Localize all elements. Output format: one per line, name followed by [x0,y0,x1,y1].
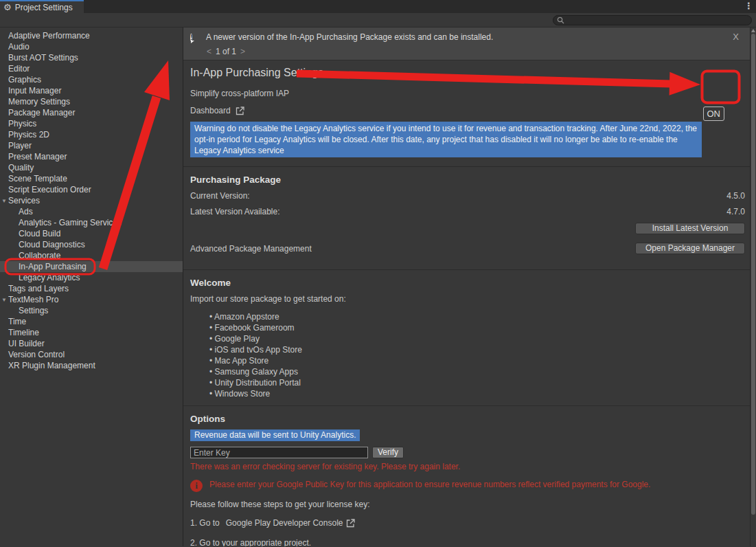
sidebar-item[interactable]: ▼ Memory Settings [0,96,183,107]
current-version-label: Current Version: [190,191,250,201]
sidebar-item-label: Editor [8,64,30,74]
sidebar-item[interactable]: ▼ Ads [0,206,183,217]
iap-toggle-on-button[interactable]: ON [703,107,725,121]
window-tab-bar: ⚙ Project Settings ⋮ [0,0,756,13]
sidebar-item[interactable]: ▼ Tags and Layers [0,283,183,294]
sidebar-item[interactable]: ▼ Player [0,140,183,151]
sidebar-item[interactable]: ▼ Burst AOT Settings [0,52,183,63]
sidebar-item[interactable]: ▼ Editor [0,63,183,74]
sidebar-item-label: Quality [8,163,34,172]
sidebar-item[interactable]: ▼ Preset Manager [0,151,183,162]
sidebar-item-label: Memory Settings [8,97,70,107]
sidebar-item-label: Script Execution Order [8,185,91,194]
scrollbar-up-arrow-icon[interactable] [751,29,755,32]
license-step-2: 2. Go to your appropriate project. [190,538,745,546]
sidebar-item[interactable]: ▼ Settings [0,305,183,316]
license-steps-intro: Please follow these steps to get your li… [190,500,745,509]
store-list-item: Google Play [209,333,745,344]
sidebar-item-label: Physics 2D [8,130,49,139]
settings-toolbar [0,13,756,27]
sidebar-item[interactable]: ▼ Version Control [0,349,183,360]
page-title: In-App Purchasing Settings [190,67,743,79]
search-input[interactable] [564,16,743,25]
settings-sidebar: ▼ Adaptive Performance ▼ Audio ▼ Burst A… [0,27,183,546]
notification-pager: < 1 of 1 > [207,47,743,56]
store-list-item: iOS and tvOs App Store [209,344,745,355]
notification-message: A newer version of the In-App Purchasing… [206,32,493,42]
verify-button[interactable]: Verify [372,447,404,458]
pager-next-icon[interactable]: > [240,47,245,56]
notification-bubble-icon: ! [190,32,201,42]
purchasing-package-section: Purchasing Package Current Version: 4.5.… [183,167,750,254]
sidebar-item[interactable]: ▼ UI Builder [0,338,183,349]
sidebar-item[interactable]: ▼ Scene Template [0,173,183,184]
sidebar-item[interactable]: ▼ Adaptive Performance [0,30,183,41]
foldout-arrow-icon[interactable]: ▼ [1,295,7,306]
sidebar-item-label: Services [8,196,40,205]
sidebar-item-label: Settings [19,306,48,315]
store-list-item: Unity Distribution Portal [209,377,745,388]
sidebar-item[interactable]: ▼ Physics [0,118,183,129]
sidebar-item-label: Cloud Diagnostics [19,240,85,249]
welcome-intro: Import our store package to get started … [190,294,745,304]
google-key-input[interactable] [190,447,368,458]
dashboard-link-label: Dashboard [190,106,231,115]
sidebar-item[interactable]: ▼ Timeline [0,327,183,338]
kebab-menu-icon[interactable]: ⋮ [744,1,753,11]
sidebar-item-label: In-App Purchasing [19,262,87,271]
update-notification-banner: ! A newer version of the In-App Purchasi… [183,27,750,60]
pager-prev-icon[interactable]: < [207,47,211,56]
close-icon[interactable]: X [733,32,739,42]
sidebar-item[interactable]: ▼ Collaborate [0,250,183,261]
dashboard-link[interactable]: Dashboard [190,106,244,115]
search-field[interactable] [553,15,752,25]
foldout-arrow-icon[interactable]: ▼ [1,196,7,207]
sidebar-item[interactable]: ▼ XR Plugin Management [0,360,183,371]
section-heading: Welcome [190,278,745,288]
sidebar-item-label: TextMesh Pro [8,295,58,304]
sidebar-item[interactable]: ▼ Audio [0,41,183,52]
analytics-notice-chip: Revenue data will be sent to Unity Analy… [190,429,360,441]
google-play-console-link[interactable]: Google Play Developer Console [226,518,343,528]
section-heading: Options [190,414,745,424]
store-list-item: Windows Store [209,388,745,399]
vertical-scrollbar[interactable] [750,27,756,546]
sidebar-item-label: Audio [8,42,30,52]
sidebar-item[interactable]: ▼ Package Manager [0,107,183,118]
scrollbar-thumb[interactable] [751,34,755,515]
sidebar-item[interactable]: ▼ Legacy Analytics [0,272,183,283]
sidebar-item-label: XR Plugin Management [8,361,95,370]
options-section: Options Revenue data will be sent to Uni… [183,406,750,546]
iap-settings-panel: ! A newer version of the In-App Purchasi… [183,27,750,546]
sidebar-item[interactable]: ▼ Analytics - Gaming Services [0,217,183,228]
store-list: Amazon Appstore Facebook Gameroom Google… [209,311,745,399]
store-list-item: Mac App Store [209,355,745,366]
sidebar-item-label: Physics [8,119,36,129]
sidebar-item-label: Burst AOT Settings [8,53,78,63]
sidebar-item[interactable]: ▼ Input Manager [0,85,183,96]
sidebar-item-label: Analytics - Gaming Services [19,218,122,227]
external-link-icon [236,107,244,115]
sidebar-item[interactable]: ▼ Cloud Diagnostics [0,239,183,250]
sidebar-item[interactable]: ▼ Time [0,316,183,327]
sidebar-item[interactable]: ▼ Services [0,195,183,206]
sidebar-item[interactable]: ▼ Cloud Build [0,228,183,239]
install-latest-version-button[interactable]: Install Latest Version [635,223,745,234]
sidebar-item-label: Legacy Analytics [19,273,80,282]
gear-icon: ⚙ [3,3,12,12]
tab-title: Project Settings [15,3,73,12]
store-list-item: Amazon Appstore [209,311,745,322]
sidebar-item[interactable]: ▼ In-App Purchasing [0,261,183,272]
store-list-item: Facebook Gameroom [209,322,745,333]
sidebar-item[interactable]: ▼ Quality [0,162,183,173]
legacy-analytics-warning: Warning do not disable the Legacy Analyt… [190,122,702,157]
license-step-1: 1. Go to Google Play Developer Console [190,518,745,528]
tab-project-settings[interactable]: ⚙ Project Settings [0,0,84,13]
sidebar-item[interactable]: ▼ Graphics [0,74,183,85]
open-package-manager-button[interactable]: Open Package Manager [635,243,745,254]
sidebar-item[interactable]: ▼ Physics 2D [0,129,183,140]
sidebar-item[interactable]: ▼ TextMesh Pro [0,294,183,305]
sidebar-item-label: Adaptive Performance [8,31,90,41]
sidebar-item[interactable]: ▼ Script Execution Order [0,184,183,195]
server-error-message: There was an error checking server for e… [190,462,745,471]
